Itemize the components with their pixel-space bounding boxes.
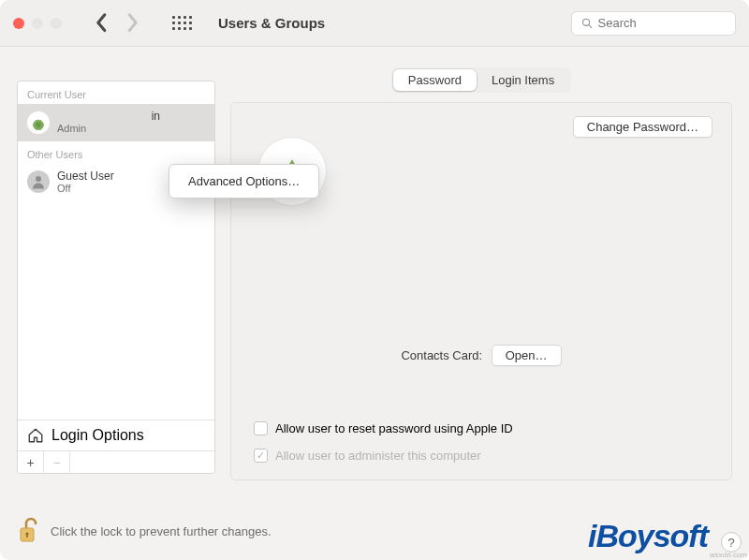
user-avatar-icon bbox=[27, 111, 50, 134]
change-password-button[interactable]: Change Password… bbox=[573, 116, 712, 138]
show-all-prefs-button[interactable] bbox=[172, 16, 192, 30]
minimize-window-button[interactable] bbox=[32, 18, 43, 29]
other-users-header: Other Users bbox=[18, 141, 214, 164]
window: Users & Groups Current User in Admin Oth… bbox=[0, 0, 749, 560]
home-icon bbox=[27, 427, 44, 444]
context-menu-advanced-options[interactable]: Advanced Options… bbox=[175, 170, 313, 192]
allow-reset-label: Allow user to reset password using Apple… bbox=[275, 421, 513, 435]
add-user-button[interactable]: + bbox=[18, 451, 44, 474]
watermark: wsxdn.com bbox=[710, 551, 747, 559]
guest-user-name: Guest User bbox=[57, 169, 114, 183]
current-user-role: Admin bbox=[57, 123, 160, 135]
allow-admin-label: Allow user to administer this computer bbox=[275, 449, 481, 463]
contacts-card-row: Contacts Card: Open… bbox=[231, 345, 731, 366]
tab-bar: Password Login Items bbox=[230, 67, 732, 93]
back-button[interactable] bbox=[95, 17, 109, 30]
help-button[interactable]: ? bbox=[721, 532, 742, 553]
allow-reset-checkbox[interactable] bbox=[254, 421, 268, 435]
guest-user-status: Off bbox=[57, 183, 114, 195]
brand-logo: iBoysoft bbox=[588, 518, 708, 554]
user-info: in Admin bbox=[57, 110, 160, 136]
content-area: Current User in Admin Other Users Guest … bbox=[0, 47, 749, 560]
tab-group: Password Login Items bbox=[391, 67, 571, 93]
nav-buttons bbox=[95, 17, 139, 30]
sidebar-item-current-user[interactable]: in Admin bbox=[18, 104, 214, 141]
options: Allow user to reset password using Apple… bbox=[254, 421, 513, 463]
allow-admin-checkbox bbox=[254, 449, 268, 463]
svg-rect-5 bbox=[26, 534, 28, 538]
svg-line-1 bbox=[589, 25, 592, 28]
search-input[interactable] bbox=[598, 16, 726, 30]
close-window-button[interactable] bbox=[13, 18, 24, 29]
guest-avatar-icon bbox=[27, 170, 50, 193]
login-options-label: Login Options bbox=[51, 427, 144, 444]
remove-user-button: − bbox=[44, 451, 70, 474]
open-contacts-button[interactable]: Open… bbox=[492, 345, 562, 366]
allow-reset-row[interactable]: Allow user to reset password using Apple… bbox=[254, 421, 513, 435]
forward-button bbox=[125, 17, 139, 30]
tab-password[interactable]: Password bbox=[393, 69, 477, 91]
window-title: Users & Groups bbox=[218, 15, 325, 31]
zoom-window-button[interactable] bbox=[51, 18, 62, 29]
titlebar: Users & Groups bbox=[0, 0, 749, 47]
tab-login-items[interactable]: Login Items bbox=[477, 69, 569, 91]
current-user-name: in bbox=[57, 110, 160, 123]
current-user-header: Current User bbox=[18, 81, 214, 104]
svg-point-2 bbox=[36, 176, 41, 182]
lock-open-icon[interactable] bbox=[17, 517, 41, 545]
footer: Click the lock to prevent further change… bbox=[17, 517, 272, 545]
search-icon bbox=[581, 17, 593, 29]
lock-hint-text: Click the lock to prevent further change… bbox=[51, 524, 272, 538]
password-panel: Change Password… Contacts Card: Open… Al… bbox=[230, 102, 732, 480]
context-menu: Advanced Options… bbox=[169, 164, 319, 199]
login-options-button[interactable]: Login Options bbox=[18, 420, 214, 450]
main-panel: Password Login Items Change Password… Co… bbox=[230, 67, 732, 493]
allow-admin-row: Allow user to administer this computer bbox=[254, 449, 513, 463]
users-sidebar: Current User in Admin Other Users Guest … bbox=[17, 81, 215, 474]
search-field[interactable] bbox=[571, 11, 736, 36]
guest-user-info: Guest User Off bbox=[57, 169, 114, 196]
add-remove-bar: + − bbox=[18, 450, 214, 473]
traffic-lights bbox=[13, 18, 62, 29]
contacts-card-label: Contacts Card: bbox=[401, 348, 482, 362]
